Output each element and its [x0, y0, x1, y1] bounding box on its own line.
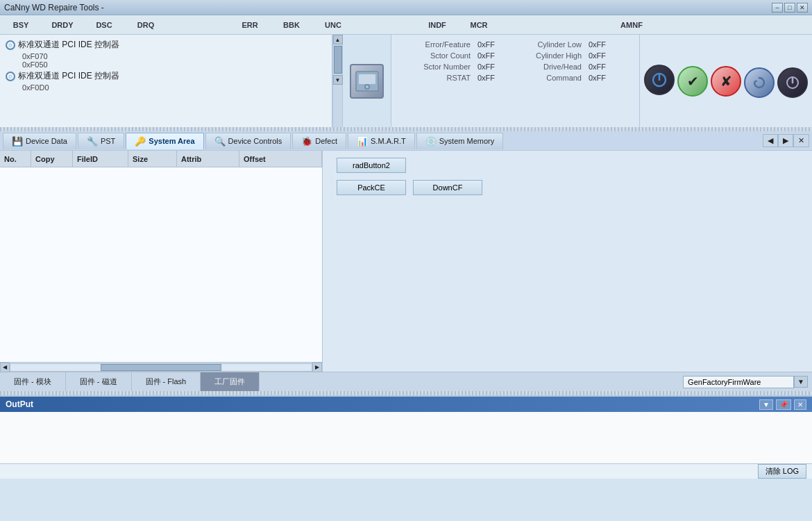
tab-system-area[interactable]: 🔑 System Area [126, 133, 203, 149]
hscroll-left-arrow[interactable]: ◀ [0, 363, 10, 372]
tab-smart-icon: 📊 [357, 136, 368, 147]
pack-downce-row: PackCE DownCF [337, 180, 798, 195]
status-dsc: DSC [90, 21, 118, 29]
hscroll-thumb[interactable] [101, 364, 221, 371]
cancel-action-button[interactable]: ✘ [711, 66, 741, 97]
output-pin-btn[interactable]: 📌 [776, 399, 791, 410]
tree-child-label-1b: 0xF050 [22, 60, 48, 69]
output-title: OutPut [6, 399, 33, 409]
bottom-tab-flash[interactable]: 固件 - Flash [132, 372, 201, 391]
pack-ce-button[interactable]: PackCE [337, 180, 406, 195]
shutdown-button[interactable] [777, 67, 808, 98]
rstat-value: 0xFF [477, 74, 512, 82]
firmware-dropdown-arrow[interactable]: ▼ [794, 376, 808, 388]
tab-smart-label: S.M.A.R.T [371, 137, 406, 145]
tree-item-icon-1: ○ [6, 40, 15, 50]
status-drdy: DRDY [49, 21, 76, 29]
tab-device-data-icon: 💾 [12, 136, 23, 147]
tab-device-data[interactable]: 💾 Device Data [3, 133, 76, 149]
tab-defect-label: Defect [315, 137, 337, 145]
unc-label: UNC [325, 21, 341, 29]
bottom-tabs: 固件 - 模块 固件 - 磁道 固件 - Flash 工厂固件 ▼ [0, 372, 812, 391]
cylinder-low-value: 0xFF [589, 40, 623, 49]
svg-point-3 [366, 85, 369, 88]
hscroll-track[interactable] [10, 363, 312, 372]
table-area: No. Copy FileID Size Attrib Offset [0, 151, 323, 372]
tab-smart[interactable]: 📊 S.M.A.R.T [348, 133, 415, 149]
disk-icon [350, 64, 384, 99]
output-header-controls: ▼ 📌 ✕ [759, 399, 806, 410]
tab-device-controls-label: Device Controls [228, 137, 282, 145]
tab-system-memory[interactable]: 💿 System Memory [416, 133, 503, 149]
tab-pst-icon: 🔧 [87, 136, 98, 147]
rstat-row: RSTAT 0xFF Command 0xFF [401, 74, 629, 82]
radio-row: radButton2 [337, 158, 798, 173]
col-fileid: FileID [73, 151, 128, 167]
action-buttons: ✔ ✘ [639, 35, 812, 127]
sector-number-row: Sctor Number 0xFF Drive/Head 0xFF [401, 63, 629, 71]
bottom-tab-factory[interactable]: 工厂固件 [201, 372, 260, 391]
tab-content: No. Copy FileID Size Attrib Offset [0, 151, 812, 372]
maximize-button[interactable]: □ [784, 3, 795, 13]
tab-system-area-icon: 🔑 [135, 136, 146, 147]
status-drq: DRQ [132, 21, 160, 29]
tab-system-memory-icon: 💿 [425, 136, 437, 147]
refresh-button[interactable] [744, 67, 775, 98]
firmware-input[interactable] [683, 376, 794, 388]
rstat-label: RSTAT [401, 74, 471, 82]
tab-defect[interactable]: 🐞 Defect [292, 133, 346, 149]
sector-count-label: Sctor Count [401, 51, 471, 60]
scroll-thumb[interactable] [334, 46, 342, 74]
command-value: 0xFF [589, 74, 623, 82]
table-header: No. Copy FileID Size Attrib Offset [0, 151, 322, 167]
tab-pst[interactable]: 🔧 PST [78, 133, 124, 149]
scroll-up-arrow[interactable]: ▲ [333, 35, 343, 44]
tab-next-button[interactable]: ▶ [778, 134, 793, 147]
sector-count-row: Sctor Count 0xFF Cylinder High 0xFF [401, 51, 629, 60]
tree-item-controller-2[interactable]: ○ 标准双通道 PCI IDE 控制器 [6, 69, 326, 83]
minimize-button[interactable]: – [772, 3, 783, 13]
indf-label: INDF [428, 21, 446, 29]
confirm-button[interactable]: ✔ [677, 66, 708, 97]
close-button[interactable]: ✕ [797, 3, 808, 13]
error-feature-value: 0xFF [477, 40, 512, 49]
tab-system-memory-label: System Memory [439, 137, 494, 145]
tree-child-2a[interactable]: 0xF0D0 [6, 83, 326, 92]
down-cf-button[interactable]: DownCF [413, 180, 482, 195]
bottom-tab-flash-label: 固件 - Flash [146, 377, 187, 387]
output-close-btn[interactable]: ✕ [794, 399, 806, 410]
sector-number-label: Sctor Number [401, 63, 471, 71]
tab-close-button[interactable]: ✕ [793, 134, 809, 147]
tab-device-data-label: Device Data [26, 137, 67, 145]
output-dropdown-btn[interactable]: ▼ [759, 399, 773, 410]
scroll-down-arrow[interactable]: ▼ [333, 75, 343, 85]
col-copy: Copy [31, 151, 73, 167]
output-header: OutPut ▼ 📌 ✕ [0, 397, 812, 412]
power-button[interactable] [644, 65, 675, 95]
bottom-tab-track[interactable]: 固件 - 磁道 [66, 372, 132, 391]
output-body [0, 412, 812, 463]
drive-head-label: Drive/Head [519, 63, 582, 71]
tree-child-1a[interactable]: 0xF070 [6, 52, 326, 60]
tree-child-1b[interactable]: 0xF050 [6, 60, 326, 69]
clear-log-button[interactable]: 清除 LOG [758, 464, 806, 479]
title-bar-controls: – □ ✕ [772, 3, 808, 13]
bottom-tab-factory-label: 工厂固件 [214, 377, 245, 387]
tree-child-label-2a: 0xF0D0 [22, 83, 49, 92]
col-attrib: Attrib [177, 151, 239, 167]
dsc-label: DSC [96, 21, 112, 29]
tab-prev-button[interactable]: ◀ [763, 134, 778, 147]
rad-button-2[interactable]: radButton2 [337, 158, 406, 173]
col-size: Size [128, 151, 177, 167]
tab-device-controls-icon: 🔍 [214, 136, 226, 147]
command-label: Command [519, 74, 582, 82]
tree-item-controller-1[interactable]: ○ 标准双通道 PCI IDE 控制器 [6, 38, 326, 52]
tab-pst-label: PST [101, 137, 115, 145]
tree-scrollbar: ▲ ▼ [332, 35, 342, 127]
tab-device-controls[interactable]: 🔍 Device Controls [205, 133, 291, 149]
bottom-tab-module[interactable]: 固件 - 模块 [0, 372, 66, 391]
hscroll-right-arrow[interactable]: ▶ [312, 363, 322, 372]
tabs-panel: 💾 Device Data 🔧 PST 🔑 System Area 🔍 Devi… [0, 131, 812, 391]
drdy-label: DRDY [51, 21, 73, 29]
tab-system-area-label: System Area [149, 137, 194, 145]
